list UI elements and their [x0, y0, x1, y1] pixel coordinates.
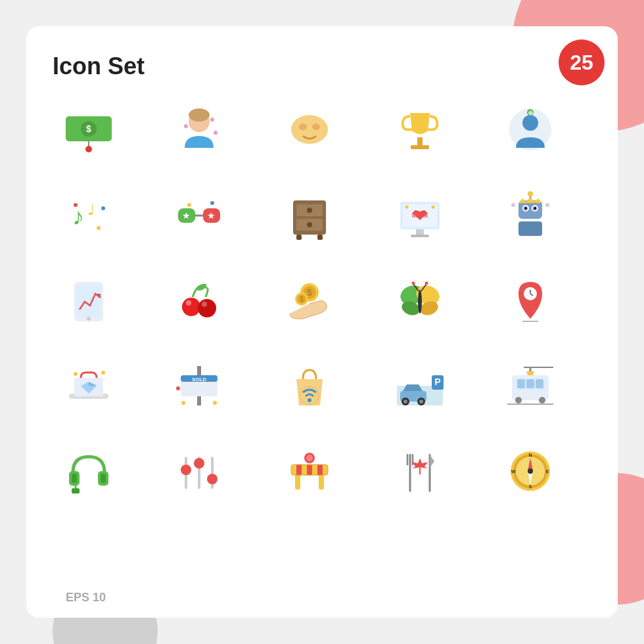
- svg-point-43: [405, 206, 409, 209]
- svg-point-23: [97, 226, 101, 230]
- robot-icon: [504, 189, 557, 241]
- svg-point-48: [524, 207, 528, 210]
- svg-text:$: $: [300, 296, 304, 303]
- svg-rect-113: [526, 379, 534, 388]
- icon-grid: $: [53, 93, 591, 507]
- dresser-icon: [283, 189, 336, 241]
- icon-cell-location-pin: [494, 264, 566, 336]
- svg-text:MOM: MOM: [412, 212, 428, 219]
- svg-point-77: [412, 282, 415, 285]
- svg-text:P: P: [434, 377, 440, 387]
- sold-sign-icon: SOLD: [173, 359, 225, 412]
- icon-cell-parking-car: P: [384, 350, 456, 422]
- money-payment-icon: $ $: [283, 274, 336, 327]
- svg-point-127: [181, 465, 191, 475]
- icon-cell-cherry: [163, 264, 235, 336]
- headphones-icon: [62, 445, 115, 497]
- svg-point-29: [187, 203, 191, 207]
- svg-point-58: [87, 317, 91, 321]
- svg-point-11: [299, 124, 307, 130]
- svg-rect-125: [72, 488, 80, 494]
- svg-point-62: [186, 300, 191, 306]
- svg-text:⏻: ⏻: [528, 110, 533, 115]
- svg-text:SOLD: SOLD: [192, 377, 206, 382]
- svg-point-61: [198, 299, 216, 317]
- svg-point-96: [176, 386, 180, 390]
- svg-point-12: [312, 124, 320, 130]
- page-title: Icon Set: [53, 53, 591, 80]
- svg-point-8: [210, 118, 214, 122]
- icon-cell-food-canadian: [384, 435, 456, 507]
- svg-text:N: N: [528, 453, 532, 457]
- svg-text:★: ★: [207, 210, 216, 221]
- road-barrier-icon: [283, 445, 336, 497]
- icon-cell-party-glasses: ★ ★: [163, 179, 235, 251]
- svg-point-89: [101, 371, 105, 375]
- mask-face-icon: [283, 103, 336, 156]
- svg-point-78: [425, 282, 428, 285]
- svg-rect-123: [101, 474, 106, 483]
- icon-cell-mask-face: [273, 93, 346, 166]
- svg-point-4: [85, 146, 92, 152]
- svg-point-16: [522, 115, 538, 131]
- icon-cell-robot: [494, 179, 566, 251]
- svg-point-10: [291, 115, 328, 144]
- svg-point-129: [194, 458, 204, 469]
- music-notes-icon: ♪ ♩: [62, 189, 115, 241]
- compass-icon: N S W E: [504, 445, 557, 497]
- shopping-wifi-icon: [283, 359, 336, 412]
- svg-rect-14: [411, 145, 429, 149]
- svg-point-104: [419, 400, 423, 403]
- svg-rect-135: [296, 465, 302, 475]
- svg-text:$: $: [86, 124, 91, 134]
- main-card: 25 Icon Set $: [26, 26, 618, 618]
- svg-rect-112: [517, 379, 525, 388]
- svg-rect-136: [307, 465, 312, 475]
- icon-cell-sold-sign: SOLD: [163, 350, 235, 422]
- equalizer-icon: [173, 445, 225, 497]
- svg-point-95: [213, 401, 217, 405]
- svg-point-49: [534, 207, 537, 210]
- gift-diamond-icon: [62, 359, 115, 412]
- icon-cell-road-barrier: [273, 435, 346, 507]
- svg-point-35: [307, 222, 312, 227]
- icon-cell-compass: N S W E: [494, 435, 566, 507]
- svg-point-44: [432, 206, 435, 209]
- svg-point-131: [207, 474, 218, 484]
- svg-point-21: [74, 203, 78, 207]
- badge-number: 25: [559, 39, 605, 85]
- svg-rect-37: [317, 235, 323, 240]
- party-glasses-icon: ★ ★: [173, 189, 225, 241]
- butterfly-icon: [394, 274, 446, 327]
- svg-point-94: [181, 401, 185, 405]
- svg-point-109: [413, 375, 424, 383]
- svg-text:★: ★: [182, 210, 191, 221]
- svg-point-30: [210, 201, 214, 205]
- icon-cell-dresser: [273, 179, 346, 251]
- svg-text:♩: ♩: [87, 200, 95, 218]
- svg-point-51: [528, 191, 533, 196]
- svg-point-6: [189, 108, 210, 122]
- icon-cell-shopping-wifi: [273, 350, 346, 422]
- svg-rect-36: [296, 235, 302, 240]
- icon-cell-mom-love: MOM: [384, 179, 456, 251]
- icon-cell-money-payment: $ $: [273, 264, 346, 336]
- icon-cell-money-finance: $: [53, 93, 125, 166]
- icon-cell-gift-diamond: [53, 350, 125, 422]
- svg-rect-137: [317, 465, 323, 475]
- svg-point-7: [184, 124, 188, 128]
- svg-rect-45: [518, 200, 542, 219]
- svg-text:W: W: [511, 469, 516, 474]
- svg-point-88: [74, 372, 78, 376]
- location-pin-icon: [504, 274, 557, 327]
- icon-cell-user-profile: ⏻: [494, 93, 566, 166]
- cherry-icon: [173, 274, 225, 327]
- svg-point-108: [403, 375, 413, 383]
- mom-love-icon: MOM: [394, 189, 446, 241]
- svg-rect-52: [518, 221, 542, 236]
- svg-point-116: [539, 397, 545, 403]
- svg-rect-56: [77, 286, 101, 316]
- svg-rect-41: [411, 235, 429, 237]
- svg-point-97: [308, 398, 311, 402]
- svg-text:S: S: [529, 484, 532, 489]
